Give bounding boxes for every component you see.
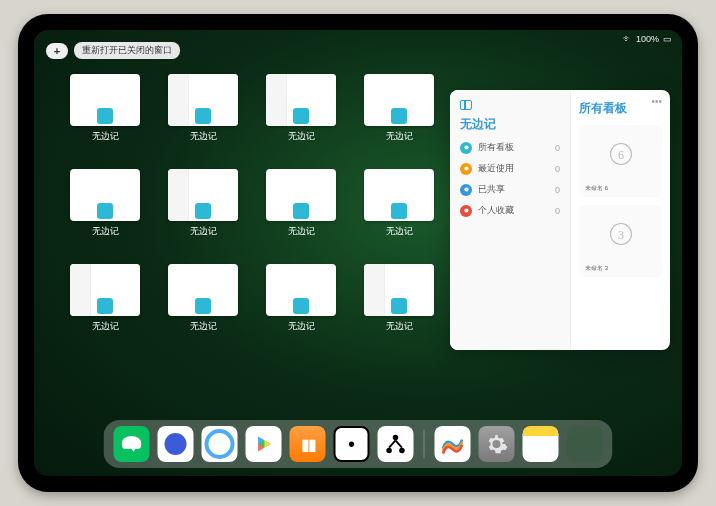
books-icon[interactable]: [290, 426, 326, 462]
window-tile[interactable]: 无边记: [364, 264, 434, 333]
sidebar-item[interactable]: 所有看板 0: [460, 141, 560, 154]
window-thumbnail: [168, 264, 238, 316]
sidebar-item-count: 0: [555, 185, 560, 195]
screen: ᯤ 100% ▭ + 重新打开已关闭的窗口 无边记无边记无边记无边记无边记无边记…: [34, 30, 682, 476]
app-popup: 无边记 所有看板 0 最近使用 0 已共享 0 个人收藏 0 ••• 所有看板 …: [450, 90, 670, 350]
status-bar: ᯤ 100% ▭: [623, 34, 672, 44]
board-sketch-icon: 6: [606, 139, 636, 169]
reopen-closed-window-button[interactable]: 重新打开已关闭的窗口: [74, 42, 180, 59]
sidebar-item[interactable]: 个人收藏 0: [460, 204, 560, 217]
dice-icon[interactable]: [334, 426, 370, 462]
window-label: 无边记: [386, 130, 413, 143]
window-thumbnail: [266, 74, 336, 126]
window-label: 无边记: [288, 225, 315, 238]
board-caption: 未命名 6: [585, 184, 608, 193]
dock: [104, 420, 613, 468]
wechat-icon[interactable]: [114, 426, 150, 462]
svg-line-15: [389, 440, 395, 447]
category-icon: [460, 142, 472, 154]
new-window-button[interactable]: +: [46, 43, 68, 59]
wifi-icon: ᯤ: [623, 34, 632, 44]
popup-right-title: 所有看板: [579, 100, 662, 117]
board-sketch-icon: 3: [606, 219, 636, 249]
more-icon[interactable]: •••: [651, 96, 662, 107]
sidebar-item-count: 0: [555, 206, 560, 216]
svg-point-12: [393, 435, 399, 441]
window-grid: 无边记无边记无边记无边记无边记无边记无边记无边记无边记无边记无边记无边记: [70, 74, 434, 333]
window-thumbnail: [70, 264, 140, 316]
window-tile[interactable]: 无边记: [266, 264, 336, 333]
app-folder-icon[interactable]: [567, 426, 603, 462]
battery-icon: ▭: [663, 34, 672, 44]
svg-marker-11: [264, 440, 270, 447]
freeform-icon[interactable]: [435, 426, 471, 462]
popup-content: ••• 所有看板 6 未命名 63 未命名 3: [571, 90, 670, 350]
svg-point-2: [464, 187, 468, 191]
window-tile[interactable]: 无边记: [70, 264, 140, 333]
window-label: 无边记: [190, 320, 217, 333]
window-thumbnail: [266, 169, 336, 221]
window-label: 无边记: [92, 320, 119, 333]
window-thumbnail: [70, 169, 140, 221]
category-icon: [460, 205, 472, 217]
circle-solid-icon[interactable]: [158, 426, 194, 462]
window-thumbnail: [364, 74, 434, 126]
window-label: 无边记: [288, 130, 315, 143]
window-label: 无边记: [190, 225, 217, 238]
board-tile[interactable]: 6 未命名 6: [579, 125, 662, 197]
window-label: 无边记: [386, 225, 413, 238]
window-thumbnail: [70, 74, 140, 126]
sidebar-item-count: 0: [555, 164, 560, 174]
board-caption: 未命名 3: [585, 264, 608, 273]
window-tile[interactable]: 无边记: [168, 74, 238, 143]
svg-line-16: [396, 440, 402, 447]
top-bar: + 重新打开已关闭的窗口: [46, 42, 180, 59]
window-tile[interactable]: 无边记: [168, 264, 238, 333]
window-tile[interactable]: 无边记: [266, 74, 336, 143]
play-store-icon[interactable]: [246, 426, 282, 462]
window-tile[interactable]: 无边记: [168, 169, 238, 238]
popup-left-title: 无边记: [460, 116, 560, 133]
sidebar-item[interactable]: 已共享 0: [460, 183, 560, 196]
sidebar-item[interactable]: 最近使用 0: [460, 162, 560, 175]
sidebar-icon[interactable]: [460, 100, 472, 110]
svg-point-14: [399, 448, 405, 454]
settings-icon[interactable]: [479, 426, 515, 462]
dock-separator: [424, 430, 425, 458]
svg-text:3: 3: [618, 228, 624, 242]
sidebar-item-label: 已共享: [478, 183, 549, 196]
window-tile[interactable]: 无边记: [364, 169, 434, 238]
window-thumbnail: [364, 169, 434, 221]
window-thumbnail: [364, 264, 434, 316]
window-label: 无边记: [92, 225, 119, 238]
window-label: 无边记: [386, 320, 413, 333]
svg-text:6: 6: [618, 148, 624, 162]
window-thumbnail: [168, 169, 238, 221]
category-icon: [460, 184, 472, 196]
svg-point-13: [386, 448, 392, 454]
notes-icon[interactable]: [523, 426, 559, 462]
svg-point-3: [464, 208, 468, 212]
sidebar-item-label: 所有看板: [478, 141, 549, 154]
svg-point-0: [464, 145, 468, 149]
window-thumbnail: [168, 74, 238, 126]
window-label: 无边记: [92, 130, 119, 143]
popup-sidebar: 无边记 所有看板 0 最近使用 0 已共享 0 个人收藏 0: [450, 90, 571, 350]
window-tile[interactable]: 无边记: [266, 169, 336, 238]
sidebar-item-label: 最近使用: [478, 162, 549, 175]
battery-text: 100%: [636, 34, 659, 44]
category-icon: [460, 163, 472, 175]
window-label: 无边记: [288, 320, 315, 333]
window-tile[interactable]: 无边记: [70, 74, 140, 143]
hierarchy-icon[interactable]: [378, 426, 414, 462]
ipad-frame: ᯤ 100% ▭ + 重新打开已关闭的窗口 无边记无边记无边记无边记无边记无边记…: [18, 14, 698, 492]
sidebar-item-label: 个人收藏: [478, 204, 549, 217]
sidebar-item-count: 0: [555, 143, 560, 153]
window-label: 无边记: [190, 130, 217, 143]
svg-point-1: [464, 166, 468, 170]
window-thumbnail: [266, 264, 336, 316]
window-tile[interactable]: 无边记: [70, 169, 140, 238]
circle-ring-icon[interactable]: [202, 426, 238, 462]
window-tile[interactable]: 无边记: [364, 74, 434, 143]
board-tile[interactable]: 3 未命名 3: [579, 205, 662, 277]
